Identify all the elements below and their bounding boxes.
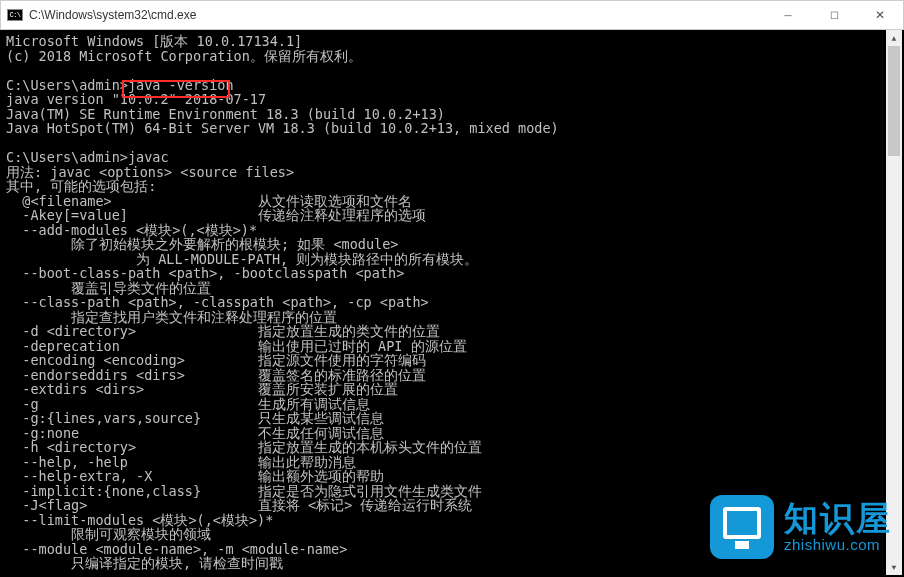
watermark-brand: 知识屋	[784, 500, 892, 537]
vertical-scrollbar[interactable]: ▲ ▼	[886, 30, 902, 575]
titlebar[interactable]: C:\ C:\Windows\system32\cmd.exe ─ ☐ ✕	[0, 0, 904, 30]
scroll-down-button[interactable]: ▼	[886, 559, 902, 575]
window-controls: ─ ☐ ✕	[765, 1, 903, 29]
scroll-up-button[interactable]: ▲	[886, 30, 902, 46]
scroll-thumb[interactable]	[888, 46, 900, 156]
window-title: C:\Windows\system32\cmd.exe	[29, 8, 765, 22]
watermark-url: zhishiwu.com	[784, 537, 892, 554]
watermark: 知识屋 zhishiwu.com	[710, 495, 892, 559]
monitor-icon	[710, 495, 774, 559]
minimize-button[interactable]: ─	[765, 1, 811, 29]
maximize-button[interactable]: ☐	[811, 1, 857, 29]
close-button[interactable]: ✕	[857, 1, 903, 29]
cmd-icon: C:\	[7, 9, 23, 21]
